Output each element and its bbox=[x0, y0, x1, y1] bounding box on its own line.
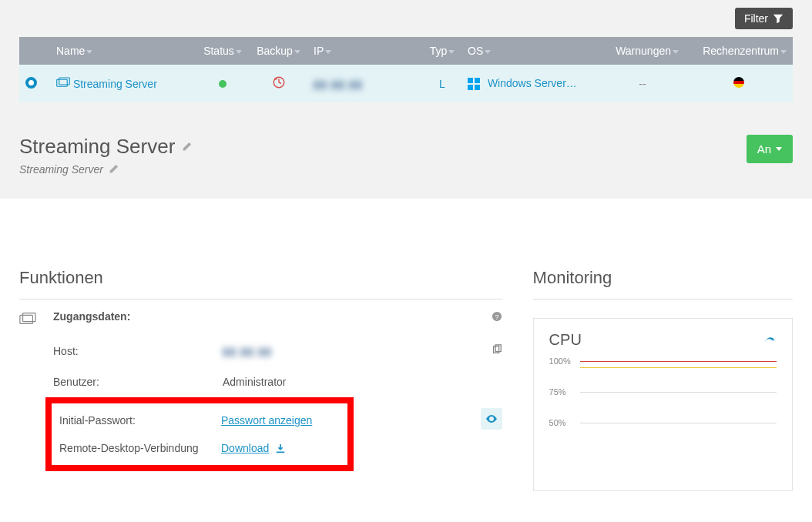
col-os[interactable]: OS bbox=[461, 37, 600, 65]
power-status-button[interactable]: An bbox=[747, 135, 793, 163]
flag-de-icon bbox=[733, 77, 744, 88]
grid-line bbox=[580, 392, 777, 393]
filter-label: Filter bbox=[744, 12, 768, 25]
col-warnings[interactable]: Warnungen bbox=[600, 37, 685, 65]
rdp-download-link[interactable]: Download bbox=[221, 442, 269, 454]
cpu-card: CPU 100%75%50% bbox=[533, 318, 793, 491]
edit-title-icon[interactable] bbox=[181, 142, 192, 152]
col-type[interactable]: Typ bbox=[423, 37, 461, 65]
svg-rect-0 bbox=[57, 79, 68, 86]
filter-icon bbox=[773, 13, 783, 24]
backup-icon[interactable] bbox=[272, 75, 286, 89]
col-ip[interactable]: IP bbox=[307, 37, 423, 65]
svg-rect-5 bbox=[468, 85, 473, 90]
rdp-label: Remote-Desktop-Verbindung bbox=[52, 442, 221, 454]
detail-header: Streaming Server Streaming Server An bbox=[0, 118, 812, 199]
threshold-line bbox=[580, 361, 777, 362]
user-label: Benutzer: bbox=[53, 376, 223, 388]
help-icon[interactable]: ? bbox=[492, 311, 502, 322]
cpu-chart: 100%75%50% bbox=[549, 360, 777, 483]
host-value: ▮▮.▮▮.▮▮ bbox=[223, 345, 272, 357]
svg-rect-6 bbox=[475, 85, 480, 90]
copy-host-icon[interactable] bbox=[492, 344, 502, 355]
status-dot-icon bbox=[219, 80, 226, 88]
page-title: Streaming Server bbox=[19, 135, 192, 159]
threshold-line bbox=[580, 367, 777, 368]
server-table: Name Status Backup IP Typ OS Warnungen R… bbox=[19, 37, 793, 102]
user-row: Benutzer: Administrator bbox=[53, 366, 502, 397]
grid-label: 50% bbox=[549, 418, 566, 427]
svg-rect-4 bbox=[475, 78, 480, 83]
credentials-icon bbox=[19, 312, 36, 326]
page-subtitle: Streaming Server bbox=[19, 163, 192, 176]
show-password-link[interactable]: Passwort anzeigen bbox=[221, 414, 312, 427]
type-value: L bbox=[423, 65, 461, 102]
server-row[interactable]: Streaming Server ▮▮.▮▮.▮▮ L Windows Serv… bbox=[19, 65, 793, 102]
host-row: Host: ▮▮.▮▮.▮▮ bbox=[53, 335, 502, 366]
col-status[interactable]: Status bbox=[196, 37, 250, 65]
host-label: Host: bbox=[53, 345, 223, 357]
highlight-box: Initial-Passwort: Passwort anzeigen Remo… bbox=[45, 397, 354, 471]
os-value[interactable]: Windows Server… bbox=[488, 77, 577, 89]
rdp-row: Remote-Desktop-Verbindung Download bbox=[52, 434, 340, 462]
grid-label: 100% bbox=[549, 356, 571, 366]
download-icon[interactable] bbox=[275, 443, 286, 454]
server-name-link[interactable]: Streaming Server bbox=[73, 78, 157, 90]
funktionen-title: Funktionen bbox=[19, 268, 502, 299]
svg-rect-7 bbox=[20, 315, 32, 323]
warnings-value: -- bbox=[600, 65, 685, 102]
monitoring-title: Monitoring bbox=[533, 268, 793, 299]
share-icon[interactable] bbox=[764, 334, 777, 346]
filter-row: Filter bbox=[19, 0, 793, 37]
svg-rect-3 bbox=[468, 78, 473, 83]
grid-label: 75% bbox=[549, 387, 566, 397]
edit-subtitle-icon[interactable] bbox=[108, 164, 119, 175]
content-columns: Funktionen Zugangsdaten: ? Host: ▮▮.▮▮.▮… bbox=[0, 199, 812, 499]
password-row: Initial-Passwort: Passwort anzeigen bbox=[52, 407, 340, 434]
funktionen-column: Funktionen Zugangsdaten: ? Host: ▮▮.▮▮.▮… bbox=[19, 268, 502, 491]
svg-rect-8 bbox=[23, 313, 36, 322]
eye-icon bbox=[485, 413, 498, 425]
server-icon bbox=[56, 77, 70, 88]
zugangsdaten-label: Zugangsdaten: bbox=[53, 310, 130, 323]
row-radio[interactable] bbox=[25, 77, 37, 89]
svg-text:?: ? bbox=[495, 313, 498, 321]
reveal-password-button[interactable] bbox=[481, 408, 502, 430]
server-list-panel: Filter Name Status Backup IP Typ OS Warn… bbox=[0, 0, 812, 118]
password-label: Initial-Passwort: bbox=[52, 414, 221, 427]
col-datacenter[interactable]: Rechenzentrum bbox=[685, 37, 793, 65]
windows-icon bbox=[468, 78, 480, 90]
svg-rect-1 bbox=[59, 78, 70, 85]
ip-value: ▮▮.▮▮.▮▮ bbox=[314, 78, 363, 90]
filter-button[interactable]: Filter bbox=[735, 8, 793, 29]
grid-line bbox=[580, 423, 777, 423]
cpu-title: CPU bbox=[549, 331, 582, 349]
monitoring-column: Monitoring CPU 100%75%50% bbox=[533, 268, 793, 491]
col-name[interactable]: Name bbox=[50, 37, 196, 65]
user-value: Administrator bbox=[223, 376, 479, 388]
col-backup[interactable]: Backup bbox=[250, 37, 307, 65]
